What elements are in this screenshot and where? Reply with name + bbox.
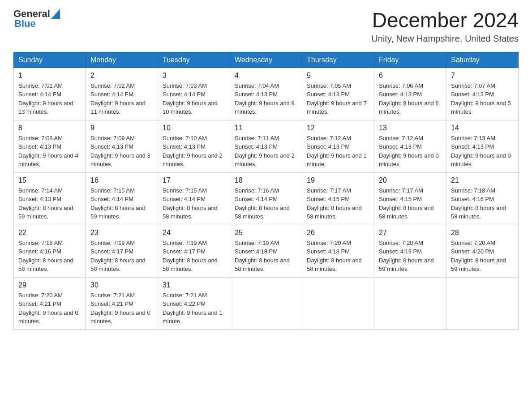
calendar-cell: 16 Sunrise: 7:15 AMSunset: 4:14 PMDaylig… — [86, 172, 158, 225]
weekday-header-thursday: Thursday — [302, 52, 374, 68]
day-number: 11 — [235, 124, 297, 132]
day-number: 18 — [235, 176, 297, 184]
calendar-cell — [230, 277, 302, 330]
day-info: Sunrise: 7:06 AMSunset: 4:13 PMDaylight:… — [379, 81, 442, 116]
calendar-cell: 14 Sunrise: 7:13 AMSunset: 4:13 PMDaylig… — [446, 120, 519, 172]
day-number: 26 — [307, 229, 369, 237]
day-info: Sunrise: 7:13 AMSunset: 4:13 PMDaylight:… — [451, 134, 514, 169]
day-info: Sunrise: 7:08 AMSunset: 4:13 PMDaylight:… — [18, 134, 81, 169]
calendar-cell: 17 Sunrise: 7:15 AMSunset: 4:14 PMDaylig… — [158, 172, 230, 225]
calendar-cell — [446, 277, 519, 330]
day-number: 10 — [163, 124, 225, 132]
calendar-week-row: 22 Sunrise: 7:18 AMSunset: 4:16 PMDaylig… — [14, 225, 519, 277]
day-number: 27 — [379, 229, 442, 237]
title-area: December 2024 Unity, New Hampshire, Unit… — [371, 9, 519, 44]
day-number: 4 — [235, 72, 297, 80]
day-info: Sunrise: 7:17 AMSunset: 4:15 PMDaylight:… — [379, 186, 442, 221]
svg-marker-0 — [51, 9, 60, 19]
day-info: Sunrise: 7:10 AMSunset: 4:13 PMDaylight:… — [163, 134, 225, 169]
day-number: 30 — [90, 281, 153, 289]
logo-triangle-icon — [51, 9, 60, 19]
calendar-cell: 8 Sunrise: 7:08 AMSunset: 4:13 PMDayligh… — [14, 120, 86, 172]
day-info: Sunrise: 7:15 AMSunset: 4:14 PMDaylight:… — [90, 186, 153, 221]
calendar-cell: 21 Sunrise: 7:18 AMSunset: 4:16 PMDaylig… — [446, 172, 519, 225]
day-number: 6 — [379, 72, 442, 80]
day-info: Sunrise: 7:19 AMSunset: 4:17 PMDaylight:… — [163, 239, 225, 274]
weekday-header-tuesday: Tuesday — [158, 52, 230, 68]
day-number: 24 — [163, 229, 225, 237]
day-info: Sunrise: 7:20 AMSunset: 4:21 PMDaylight:… — [18, 291, 81, 326]
page-header: General Blue December 2024 Unity, New Ha… — [13, 9, 519, 44]
calendar-cell: 18 Sunrise: 7:16 AMSunset: 4:14 PMDaylig… — [230, 172, 302, 225]
calendar-table: SundayMondayTuesdayWednesdayThursdayFrid… — [13, 52, 519, 330]
calendar-title: December 2024 — [371, 9, 519, 32]
calendar-cell: 5 Sunrise: 7:05 AMSunset: 4:13 PMDayligh… — [302, 68, 374, 120]
weekday-header-row: SundayMondayTuesdayWednesdayThursdayFrid… — [14, 52, 519, 68]
weekday-header-saturday: Saturday — [446, 52, 519, 68]
calendar-cell: 9 Sunrise: 7:09 AMSunset: 4:13 PMDayligh… — [86, 120, 158, 172]
day-info: Sunrise: 7:21 AMSunset: 4:22 PMDaylight:… — [163, 291, 225, 326]
calendar-cell: 26 Sunrise: 7:20 AMSunset: 4:18 PMDaylig… — [302, 225, 374, 277]
day-info: Sunrise: 7:12 AMSunset: 4:13 PMDaylight:… — [307, 134, 369, 169]
calendar-cell — [302, 277, 374, 330]
day-number: 13 — [379, 124, 442, 132]
day-number: 14 — [451, 124, 514, 132]
logo-general-text: General — [13, 9, 50, 19]
day-number: 12 — [307, 124, 369, 132]
calendar-cell: 25 Sunrise: 7:19 AMSunset: 4:18 PMDaylig… — [230, 225, 302, 277]
day-info: Sunrise: 7:19 AMSunset: 4:18 PMDaylight:… — [235, 239, 297, 274]
calendar-cell: 10 Sunrise: 7:10 AMSunset: 4:13 PMDaylig… — [158, 120, 230, 172]
day-number: 2 — [90, 72, 153, 80]
calendar-cell: 24 Sunrise: 7:19 AMSunset: 4:17 PMDaylig… — [158, 225, 230, 277]
calendar-cell: 30 Sunrise: 7:21 AMSunset: 4:21 PMDaylig… — [86, 277, 158, 330]
day-info: Sunrise: 7:20 AMSunset: 4:19 PMDaylight:… — [379, 239, 442, 274]
day-number: 28 — [451, 229, 514, 237]
day-number: 1 — [18, 72, 81, 80]
weekday-header-friday: Friday — [374, 52, 446, 68]
day-number: 8 — [18, 124, 81, 132]
day-number: 7 — [451, 72, 514, 80]
calendar-cell: 6 Sunrise: 7:06 AMSunset: 4:13 PMDayligh… — [374, 68, 446, 120]
weekday-header-monday: Monday — [86, 52, 158, 68]
calendar-cell: 19 Sunrise: 7:17 AMSunset: 4:15 PMDaylig… — [302, 172, 374, 225]
day-number: 31 — [163, 281, 225, 289]
day-number: 5 — [307, 72, 369, 80]
day-number: 20 — [379, 176, 442, 184]
day-info: Sunrise: 7:15 AMSunset: 4:14 PMDaylight:… — [163, 186, 225, 221]
calendar-cell: 22 Sunrise: 7:18 AMSunset: 4:16 PMDaylig… — [14, 225, 86, 277]
calendar-cell: 29 Sunrise: 7:20 AMSunset: 4:21 PMDaylig… — [14, 277, 86, 330]
day-info: Sunrise: 7:17 AMSunset: 4:15 PMDaylight:… — [307, 186, 369, 221]
day-info: Sunrise: 7:18 AMSunset: 4:16 PMDaylight:… — [451, 186, 514, 221]
day-info: Sunrise: 7:16 AMSunset: 4:14 PMDaylight:… — [235, 186, 297, 221]
calendar-cell: 13 Sunrise: 7:12 AMSunset: 4:13 PMDaylig… — [374, 120, 446, 172]
calendar-cell: 2 Sunrise: 7:02 AMSunset: 4:14 PMDayligh… — [86, 68, 158, 120]
day-number: 22 — [18, 229, 81, 237]
day-info: Sunrise: 7:14 AMSunset: 4:13 PMDaylight:… — [18, 186, 81, 221]
day-number: 23 — [90, 229, 153, 237]
day-number: 25 — [235, 229, 297, 237]
logo-blue-text: Blue — [14, 18, 36, 29]
day-info: Sunrise: 7:02 AMSunset: 4:14 PMDaylight:… — [90, 81, 153, 116]
weekday-header-wednesday: Wednesday — [230, 52, 302, 68]
day-info: Sunrise: 7:21 AMSunset: 4:21 PMDaylight:… — [90, 291, 153, 326]
day-info: Sunrise: 7:05 AMSunset: 4:13 PMDaylight:… — [307, 81, 369, 116]
day-info: Sunrise: 7:04 AMSunset: 4:13 PMDaylight:… — [235, 81, 297, 116]
calendar-cell: 3 Sunrise: 7:03 AMSunset: 4:14 PMDayligh… — [158, 68, 230, 120]
calendar-cell: 15 Sunrise: 7:14 AMSunset: 4:13 PMDaylig… — [14, 172, 86, 225]
day-info: Sunrise: 7:11 AMSunset: 4:13 PMDaylight:… — [235, 134, 297, 169]
calendar-week-row: 15 Sunrise: 7:14 AMSunset: 4:13 PMDaylig… — [14, 172, 519, 225]
calendar-cell: 28 Sunrise: 7:20 AMSunset: 4:20 PMDaylig… — [446, 225, 519, 277]
calendar-cell: 27 Sunrise: 7:20 AMSunset: 4:19 PMDaylig… — [374, 225, 446, 277]
day-info: Sunrise: 7:12 AMSunset: 4:13 PMDaylight:… — [379, 134, 442, 169]
calendar-cell: 11 Sunrise: 7:11 AMSunset: 4:13 PMDaylig… — [230, 120, 302, 172]
calendar-cell: 4 Sunrise: 7:04 AMSunset: 4:13 PMDayligh… — [230, 68, 302, 120]
calendar-cell: 23 Sunrise: 7:19 AMSunset: 4:17 PMDaylig… — [86, 225, 158, 277]
calendar-cell — [374, 277, 446, 330]
day-number: 15 — [18, 176, 81, 184]
calendar-header: SundayMondayTuesdayWednesdayThursdayFrid… — [14, 52, 519, 68]
calendar-cell: 12 Sunrise: 7:12 AMSunset: 4:13 PMDaylig… — [302, 120, 374, 172]
day-info: Sunrise: 7:07 AMSunset: 4:13 PMDaylight:… — [451, 81, 514, 116]
calendar-week-row: 1 Sunrise: 7:01 AMSunset: 4:14 PMDayligh… — [14, 68, 519, 120]
day-number: 19 — [307, 176, 369, 184]
day-info: Sunrise: 7:19 AMSunset: 4:17 PMDaylight:… — [90, 239, 153, 274]
